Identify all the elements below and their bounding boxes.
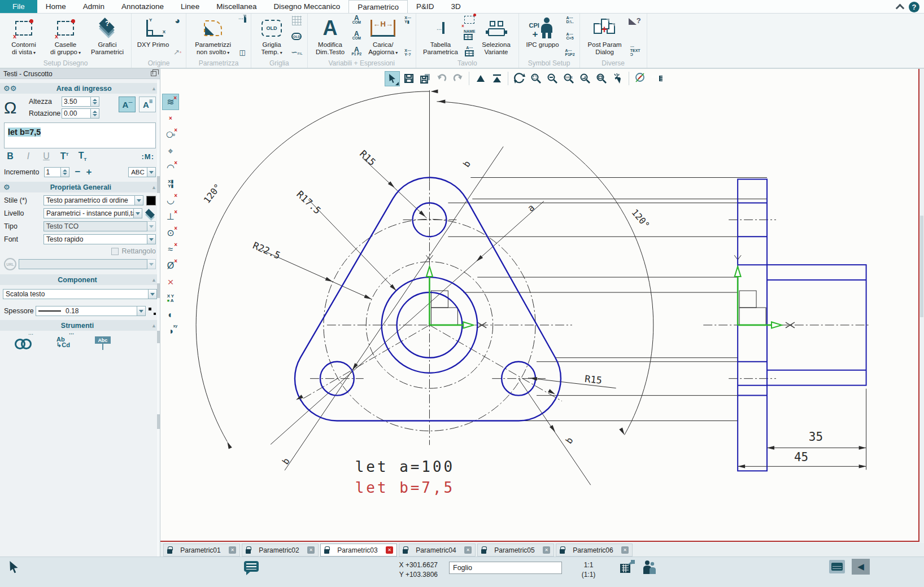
a-table-icon[interactable]: A⋯: [465, 45, 474, 56]
close-tab-icon[interactable]: ✕: [621, 546, 629, 554]
back-panel-icon[interactable]: ◀: [852, 559, 870, 575]
zoom-window-button[interactable]: [528, 71, 543, 86]
param-frame-icon[interactable]: x: [464, 16, 474, 24]
caselle-di-gruppo-button[interactable]: x Caselle di gruppo▾: [45, 14, 86, 56]
section-component[interactable]: Component ▲: [0, 274, 160, 285]
close-tab-icon[interactable]: ✕: [464, 546, 472, 554]
post-param-dialog-button[interactable]: + Post Param Dialog: [583, 14, 627, 56]
snap-origin-icon[interactable]: ⌖: [162, 143, 179, 159]
snap-world-xy-icon[interactable]: ◑ˣʸ: [162, 323, 179, 339]
collapse-ribbon-icon[interactable]: [896, 4, 905, 13]
doc-tab-parametric02[interactable]: Parametric02 ✕: [242, 544, 319, 557]
doc-tab-parametric05[interactable]: Parametric05 ✕: [477, 544, 554, 557]
close-tab-icon[interactable]: ✕: [543, 546, 550, 554]
collapse-icon[interactable]: ▲: [151, 185, 156, 190]
incremento-stepper[interactable]: [61, 167, 69, 177]
menu-tab-pid[interactable]: P&ID: [408, 0, 443, 13]
select-tool-button[interactable]: [385, 71, 400, 86]
parametrize-page-icon[interactable]: ⋯: [238, 16, 246, 21]
menu-tab-3d[interactable]: 3D: [443, 0, 469, 13]
parametrize-xy-icon[interactable]: ◫: [239, 49, 245, 56]
ipc-gruppo-button[interactable]: CPI+ IPC gruppo: [522, 14, 564, 49]
users-icon[interactable]: [642, 559, 657, 575]
tabella-parametrica-button[interactable]: ⋯ Tabella Parametrica: [419, 14, 462, 56]
xy-query-icon[interactable]: X⋯Y·?: [404, 49, 411, 56]
snap-center-icon[interactable]: ⊙×: [162, 225, 179, 241]
layers-icon[interactable]: [145, 208, 156, 218]
text-input-area[interactable]: let b=7,5: [4, 122, 156, 148]
snap-intersection-icon[interactable]: ×: [162, 274, 179, 290]
doc-tab-parametric04[interactable]: Parametric04 ✕: [399, 544, 476, 557]
grafici-parametrici-button[interactable]: ? Grafici Parametrici: [86, 14, 128, 56]
snap-tangent-arcs-icon[interactable]: ◠×: [162, 159, 179, 176]
livello-select[interactable]: Parametrici - instance punti,ta: [43, 208, 134, 218]
menu-tab-disegno-meccanico[interactable]: Disegno Meccanico: [265, 0, 348, 13]
stile-dropdown-icon[interactable]: [134, 195, 143, 205]
drawing-canvas[interactable]: NAME ≋× × ⧂× ⌖ ◠× X▮Y▮ ◡× ⊥× ⊙× ≈× Ø× × …: [160, 69, 919, 542]
doc-tab-parametric01[interactable]: Parametric01 ✕: [163, 544, 240, 557]
gear-icon[interactable]: ⚙: [3, 183, 10, 191]
mail-icon[interactable]: [829, 560, 845, 573]
collapse-icon[interactable]: ▲: [151, 323, 156, 328]
snap-xy-list-icon[interactable]: X▮Y▮: [162, 176, 179, 192]
doc-tab-parametric03[interactable]: Parametric03 ✕: [320, 544, 397, 557]
grid-export-icon[interactable]: [619, 559, 636, 575]
font-select[interactable]: Testo rapido: [43, 234, 147, 244]
raise-top-button[interactable]: [489, 71, 504, 86]
spellcheck-icon[interactable]: Abc: [95, 336, 112, 351]
measure-button[interactable]: [649, 71, 664, 86]
underline-button[interactable]: U: [42, 151, 51, 161]
rotazione-input[interactable]: 0.00: [62, 108, 91, 119]
a-c5-icon[interactable]: A⋯C=5: [566, 32, 574, 40]
xy-page-icon[interactable]: X⋯Y▮: [404, 16, 411, 24]
stile-select[interactable]: Testo parametrico di ordine: [43, 195, 135, 205]
superscript-button[interactable]: TT: [60, 151, 69, 161]
menu-tab-miscellanea[interactable]: Miscellanea: [208, 0, 265, 13]
raise-level-button[interactable]: [473, 71, 488, 86]
snap-free-icon[interactable]: ≋×: [162, 94, 179, 110]
snap-coordinate-icon[interactable]: X Y■ A: [162, 290, 179, 306]
section-area-di-ingresso[interactable]: ⚙⚙ Area di ingresso ▲: [0, 83, 160, 94]
a-com-icon[interactable]: ACOM: [352, 16, 361, 25]
move-grip-icon[interactable]: :M:: [142, 152, 155, 161]
seleziona-variante-button[interactable]: Seleziona Variante: [477, 14, 516, 56]
zoom-name-button[interactable]: NAME: [561, 71, 576, 86]
dxy-primo-button[interactable]: YX DXY Primo: [134, 14, 172, 49]
align-top-button[interactable]: A—: [119, 97, 136, 112]
parametrizzi-non-svolto-button[interactable]: Parametrizzi non svolto▾: [189, 14, 237, 56]
undo-button[interactable]: [434, 71, 449, 86]
collapse-icon[interactable]: ▲: [151, 86, 156, 91]
contorni-di-vista-button[interactable]: x Contorni di vista▾: [3, 14, 45, 56]
spessore-dropdown-icon[interactable]: [137, 306, 146, 316]
message-bubble-icon[interactable]: [244, 561, 259, 572]
menu-tab-annotazione[interactable]: Annotazione: [113, 0, 172, 13]
redraw-question-icon[interactable]: ?: [629, 16, 642, 27]
section-proprieta-generali[interactable]: ⚙ Proprietà Generali ▲: [0, 182, 160, 192]
zoom-previous-button[interactable]: [577, 71, 592, 86]
text-cursor-icon[interactable]: ⋯TEXTƆ: [630, 45, 640, 56]
doc-tab-parametric06[interactable]: Parametric06 ✕: [556, 544, 633, 557]
section-strumenti[interactable]: Strumenti ▲: [0, 320, 160, 331]
color-swatch[interactable]: [146, 196, 156, 205]
a-dpath-icon[interactable]: A⋯D:\..: [566, 16, 573, 24]
a-p1p2-icon[interactable]: AP1 P2: [352, 47, 362, 56]
omega-symbol-button[interactable]: Ω: [4, 99, 29, 116]
font-dropdown-icon[interactable]: [147, 234, 156, 244]
snap-point-icon[interactable]: ×: [162, 110, 179, 126]
origin-circle-icon[interactable]: ◕: [175, 16, 180, 26]
abc-mode-select[interactable]: ABC: [128, 167, 147, 177]
snap-settings-button[interactable]: [633, 71, 648, 86]
incremento-input[interactable]: 1: [44, 167, 61, 177]
component-dropdown-icon[interactable]: [148, 289, 157, 299]
corner-points-icon[interactable]: [149, 308, 156, 315]
find-icon[interactable]: ⋯: [15, 336, 32, 348]
pipe-old-icon[interactable]: OLD: [291, 33, 302, 40]
altezza-input[interactable]: 3.50: [62, 97, 91, 107]
snap-midpoint-icon[interactable]: ≈×: [162, 241, 179, 257]
bold-button[interactable]: B: [6, 151, 15, 161]
canvas-vertical-scrollbar[interactable]: [919, 69, 924, 542]
livello-dropdown-icon[interactable]: [133, 208, 142, 218]
regenerate-button[interactable]: [512, 71, 527, 86]
url-icon[interactable]: URL: [4, 258, 16, 270]
snap-grid-points-icon[interactable]: ⧂×: [162, 126, 179, 143]
